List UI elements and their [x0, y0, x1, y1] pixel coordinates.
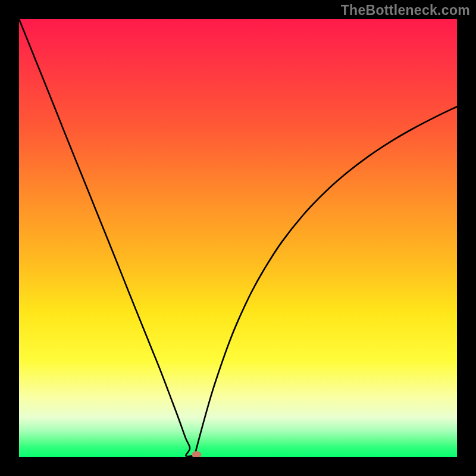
attribution-text: TheBottleneck.com	[341, 2, 470, 18]
chart-frame: TheBottleneck.com	[0, 0, 476, 476]
bottleneck-curve-path	[19, 19, 457, 457]
optimum-marker	[192, 451, 201, 457]
bottleneck-curve-svg	[19, 19, 457, 457]
plot-area	[19, 19, 457, 457]
